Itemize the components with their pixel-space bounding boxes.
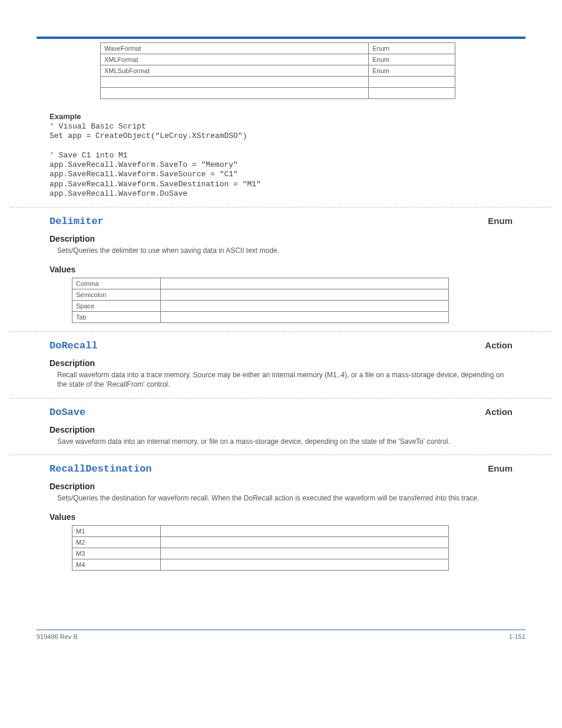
values-heading: Values <box>49 265 525 274</box>
table-cell: Comma <box>72 278 161 289</box>
table-cell <box>160 559 448 570</box>
table-cell <box>160 536 448 548</box>
table-row: Tab <box>72 312 449 323</box>
section-type: Action <box>485 340 513 350</box>
values-table-wrap: Comma Semicolon Space Tab <box>72 278 457 323</box>
section-header: DoRecall Action <box>37 340 525 351</box>
table-cell: Enum <box>369 65 455 77</box>
section-header: Delimiter Enum <box>37 216 525 227</box>
table-cell <box>160 301 448 312</box>
section-type: Action <box>485 407 513 417</box>
table-cell: Semicolon <box>72 289 161 301</box>
description-text: Sets/Queries the destination for wavefor… <box>57 493 513 503</box>
section-header: DoSave Action <box>37 407 525 418</box>
table-cell <box>160 278 448 289</box>
table-cell <box>101 88 369 99</box>
table-row: M4 <box>72 559 449 570</box>
table-cell <box>160 548 448 559</box>
table-cell <box>369 77 455 88</box>
table-row: Comma <box>72 278 449 289</box>
table-cell <box>101 77 369 88</box>
footer-left: 919486 Rev B <box>37 633 78 640</box>
document-page: WaveFormat Enum XMLFormat Enum XMLSubFor… <box>0 0 562 664</box>
header-rule <box>37 37 525 39</box>
example-label: Example <box>49 112 525 121</box>
table-row: WaveFormat Enum <box>101 43 455 54</box>
table-row <box>101 77 455 88</box>
table-cell: M4 <box>72 559 161 570</box>
table-cell: Tab <box>72 312 161 323</box>
values-table: M1 M2 M3 M4 <box>72 525 449 571</box>
page-footer: 919486 Rev B 1-151 <box>37 630 525 640</box>
section-type: Enum <box>488 216 513 226</box>
values-heading: Values <box>49 512 525 522</box>
section-title: RecallDestination <box>49 463 151 475</box>
table-row: XMLFormat Enum <box>101 54 455 65</box>
section-divider <box>10 207 552 207</box>
code-block: ' Visual Basic Script Set app = CreateOb… <box>49 122 525 199</box>
table-cell: XMLSubFormat <box>101 65 369 77</box>
table-row: XMLSubFormat Enum <box>101 65 455 77</box>
section-divider <box>10 454 552 455</box>
table-cell <box>160 312 448 323</box>
table-row <box>101 88 455 99</box>
description-text: Sets/Queries the delimiter to use when s… <box>57 246 513 255</box>
table-cell: XMLFormat <box>101 54 369 65</box>
top-table: WaveFormat Enum XMLFormat Enum XMLSubFor… <box>100 42 455 99</box>
description-heading: Description <box>49 425 525 434</box>
values-table-wrap: M1 M2 M3 M4 <box>72 525 457 571</box>
table-row: M2 <box>72 536 449 548</box>
section-header: RecallDestination Enum <box>37 463 525 475</box>
description-text: Save waveform data into an internal memo… <box>57 437 513 446</box>
section-divider <box>10 398 552 398</box>
table-cell: Enum <box>369 43 455 54</box>
table-cell: M2 <box>72 536 161 548</box>
table-cell: M3 <box>72 548 161 559</box>
description-text: Recall waveform data into a trace memory… <box>57 370 513 389</box>
table-cell: WaveFormat <box>101 43 369 54</box>
top-table-wrap: WaveFormat Enum XMLFormat Enum XMLSubFor… <box>37 42 525 99</box>
table-row: M1 <box>72 525 449 536</box>
section-title: Delimiter <box>49 216 104 227</box>
section-title: DoSave <box>49 407 85 418</box>
table-cell: M1 <box>72 525 161 536</box>
description-heading: Description <box>49 482 525 491</box>
footer-right: 1-151 <box>509 633 525 640</box>
table-cell: Space <box>72 301 161 312</box>
section-divider <box>10 331 552 332</box>
description-heading: Description <box>49 358 525 368</box>
table-row: Space <box>72 301 449 312</box>
table-cell <box>160 289 448 301</box>
values-table: Comma Semicolon Space Tab <box>72 278 449 323</box>
description-heading: Description <box>49 234 525 243</box>
table-row: Semicolon <box>72 289 449 301</box>
table-cell: Enum <box>369 54 455 65</box>
table-row: M3 <box>72 548 449 559</box>
table-cell <box>160 525 448 536</box>
section-title: DoRecall <box>49 340 98 351</box>
table-cell <box>369 88 455 99</box>
section-type: Enum <box>488 463 513 473</box>
